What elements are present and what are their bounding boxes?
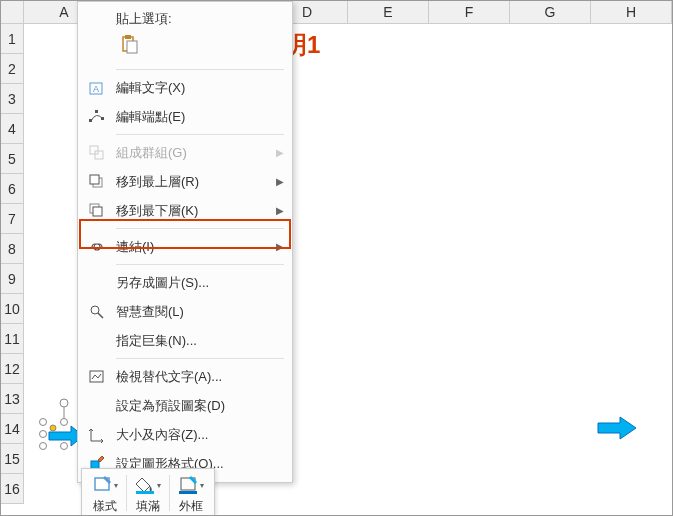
row-header[interactable]: 1 [1,24,23,54]
row-header[interactable]: 8 [1,234,23,264]
paste-options-label: 貼上選項: [86,10,284,32]
link-icon [86,238,108,256]
row-header[interactable]: 7 [1,204,23,234]
menu-edit-text[interactable]: A 編輯文字(X) [78,73,292,102]
col-header[interactable]: E [348,1,429,23]
fill-icon: ▾ [136,474,161,496]
row-header[interactable]: 2 [1,54,23,84]
row-header[interactable]: 15 [1,444,23,474]
col-header[interactable]: H [591,1,672,23]
chevron-right-icon: ▶ [276,241,284,252]
svg-text:A: A [93,84,99,94]
chevron-right-icon: ▶ [276,147,284,158]
menu-assign-macro[interactable]: 指定巨集(N)... [78,326,292,355]
row-headers: 1 2 3 4 5 6 7 8 9 10 11 12 13 14 15 16 [1,24,24,504]
svg-rect-9 [95,110,98,113]
row-header[interactable]: 13 [1,384,23,414]
menu-size-properties[interactable]: 大小及內容(Z)... [78,420,292,449]
row-header[interactable]: 16 [1,474,23,504]
toolbar-fill-button[interactable]: ▾ 填滿 [129,471,167,515]
paste-button[interactable] [116,32,142,58]
svg-rect-16 [93,207,102,216]
svg-rect-24 [136,491,154,494]
menu-save-as-picture[interactable]: 另存成圖片(S)... [78,268,292,297]
row-header[interactable]: 11 [1,324,23,354]
menu-link[interactable]: 連結(I) ▶ [78,232,292,261]
alt-text-icon [86,368,108,386]
svg-rect-4 [125,35,131,39]
svg-rect-10 [101,117,104,120]
edit-points-icon [86,108,108,126]
menu-bring-front[interactable]: 移到最上層(R) ▶ [78,167,292,196]
row-header[interactable]: 4 [1,114,23,144]
svg-point-17 [91,306,99,314]
chevron-right-icon: ▶ [276,205,284,216]
context-menu: 貼上選項: A 編輯文字(X) 編輯端點(E) 組成群組(G) ▶ 移到最上層(… [77,1,293,483]
svg-point-0 [60,399,68,407]
row-header[interactable]: 14 [1,414,23,444]
outline-icon: ▾ [179,474,204,496]
svg-line-18 [98,313,103,318]
menu-smart-lookup[interactable]: 智慧查閱(L) [78,297,292,326]
arrow-shape[interactable] [596,415,638,444]
row-header[interactable]: 9 [1,264,23,294]
svg-point-2 [50,425,56,431]
menu-alt-text[interactable]: 檢視替代文字(A)... [78,362,292,391]
row-header[interactable]: 6 [1,174,23,204]
svg-rect-8 [89,119,92,122]
toolbar-style-button[interactable]: ▾ 樣式 [86,471,124,515]
row-header[interactable]: 12 [1,354,23,384]
svg-rect-11 [90,146,98,154]
toolbar-outline-button[interactable]: ▾ 外框 [172,471,210,515]
send-back-icon [86,202,108,220]
menu-edit-points[interactable]: 編輯端點(E) [78,102,292,131]
row-header[interactable]: 5 [1,144,23,174]
menu-group: 組成群組(G) ▶ [78,138,292,167]
menu-set-default-shape[interactable]: 設定為預設圖案(D) [78,391,292,420]
svg-rect-14 [90,175,99,184]
mini-toolbar: ▾ 樣式 ▾ 填滿 ▾ 外框 [81,468,215,516]
bring-front-icon [86,173,108,191]
style-icon: ▾ [93,474,118,496]
svg-rect-26 [179,491,197,494]
chevron-right-icon: ▶ [276,176,284,187]
group-icon [86,144,108,162]
smart-lookup-icon [86,303,108,321]
col-header[interactable]: G [510,1,591,23]
size-icon [86,426,108,444]
row-header[interactable]: 3 [1,84,23,114]
edit-text-icon: A [86,79,108,97]
svg-rect-5 [127,41,137,53]
svg-rect-12 [95,151,103,159]
menu-send-back[interactable]: 移到最下層(K) ▶ [78,196,292,225]
col-header[interactable]: F [429,1,510,23]
row-header[interactable]: 10 [1,294,23,324]
